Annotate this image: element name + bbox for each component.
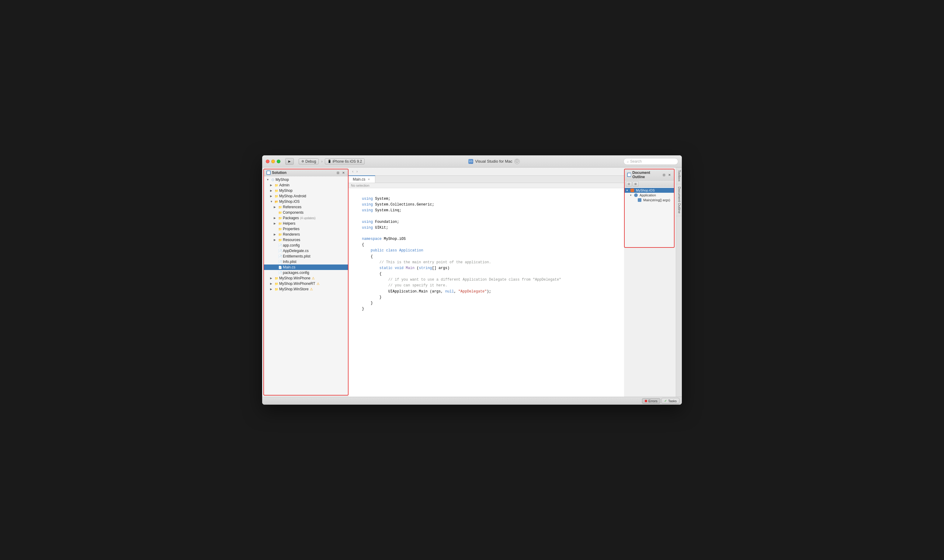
warning-icon: ⚠ [317,282,320,286]
code-line: UIApplication.Main (args, null, "AppDele… [348,289,624,295]
tab-main-cs[interactable]: Main.cs ✕ [348,175,375,183]
folder-icon: 📁 [274,276,279,280]
folder-open-icon: 📂 [274,200,279,204]
tree-item-myshop-ios[interactable]: 📂 MyShop.iOS [264,199,348,204]
item-label: Resources [283,238,300,242]
outline-item-main-method[interactable]: Main(string[] args) [625,198,674,203]
tree-item-myshop[interactable]: 📁 MyShop [264,188,348,193]
doc-outline-restore-btn[interactable]: ⊡ [662,173,666,177]
device-selector[interactable]: 📱 iPhone 6s iOS 9.2 [325,158,365,165]
nav-forward-button[interactable]: › [355,169,359,174]
check-icon: ✓ [664,399,667,403]
code-line: using UIKit; [348,225,624,231]
solution-icon: ⬡ [271,177,275,182]
search-placeholder: Search [630,159,642,163]
tree-item-myshop-root[interactable]: ⬡ MyShop [264,177,348,182]
doc-outline-close-btn[interactable]: ✕ [667,173,671,177]
tree-item-renderers[interactable]: 📁 Renderers [264,232,348,237]
expand-arrow [270,189,274,192]
folder-icon: 📁 [278,238,282,242]
outline-item-label: MyShop.iOS [636,189,655,192]
code-line: static void Main (string[] args) [348,265,624,271]
item-label: MyShop.WinPhoneRT [279,282,316,286]
code-line: } [348,300,624,306]
tree-item-app-config[interactable]: 📄 app.config [264,243,348,248]
app-title: Visual Studio for Mac [475,159,513,163]
doc-outline-tree: MyShop.iOS Application Main(string[] arg… [625,187,674,247]
item-label: Main.cs [283,265,295,269]
code-line: } [348,306,624,312]
doc-outline-icon [627,173,631,177]
tree-item-appdelegate[interactable]: 📄 AppDelegate.cs [264,248,348,254]
tree-item-packages[interactable]: 📁 Packages (4 updates) [264,215,348,221]
tree-item-winstore[interactable]: 📁 MyShop.WinStore ⚠ [264,286,348,292]
nav-back-button[interactable]: ‹ [351,169,354,174]
item-label: Components [283,211,303,215]
item-label: app.config [283,243,300,248]
code-line: namespace MyShop.iOS [348,236,624,242]
tree-item-references[interactable]: 📁 References [264,204,348,210]
errors-button[interactable]: Errors [642,398,660,404]
solution-panel-header: Solution ⊡ ✕ [264,169,348,176]
tree-item-helpers[interactable]: 📁 Helpers [264,221,348,226]
outline-view-btn-1[interactable]: ⊟ [626,181,632,187]
outline-item-myshop-ios[interactable]: MyShop.iOS [625,188,674,193]
info-button[interactable]: ⓘ [514,159,520,164]
item-label: AppDelegate.cs [283,249,309,253]
code-line: // you can specify it here. [348,283,624,289]
solution-panel: Solution ⊡ ✕ ⬡ MyShop 📁 Admin [263,169,348,395]
tasks-button[interactable]: ✓ Tasks [661,398,679,404]
tasks-label: Tasks [668,399,677,403]
item-label: Entitlements.plist [283,254,311,258]
item-label: packages.config [283,271,309,275]
device-icon: 📱 [328,160,331,163]
outline-item-application[interactable]: Application [625,193,674,198]
code-editor[interactable]: using System; using System.Collections.G… [348,188,624,397]
minimize-button[interactable] [271,160,275,163]
main-area: Solution ⊡ ✕ ⬡ MyShop 📁 Admin [262,168,682,397]
panel-restore-btn[interactable]: ⊡ [336,171,340,175]
tree-item-entitlements[interactable]: 📄 Entitlements.plist [264,254,348,259]
code-line [348,214,624,219]
title-area: VS Visual Studio for Mac ⓘ [367,159,621,164]
tree-item-main-cs[interactable]: 📄 Main.cs [264,265,348,270]
tree-item-info-plist[interactable]: 📄 Info.plist [264,259,348,265]
expand-arrow [270,195,274,198]
outline-view-btn-2[interactable]: ⊞ [633,181,639,187]
expand-arrow [274,217,277,220]
item-label: MyShop.WinPhone [279,276,311,280]
code-line: } [348,295,624,300]
tree-item-winphonert[interactable]: 📁 MyShop.WinPhoneRT ⚠ [264,281,348,286]
run-button[interactable] [285,158,294,165]
selection-text: No selection [351,184,370,187]
build-config-selector[interactable]: ⚙ Debug [299,158,319,165]
tree-item-components[interactable]: 📁 Components [264,210,348,215]
tree-item-myshop-android[interactable]: 📁 MyShop.Android [264,193,348,199]
expand-arrow [630,194,633,197]
bottom-bar: Errors ✓ Tasks [262,397,682,405]
device-label: iPhone 6s iOS 9.2 [333,159,362,163]
svg-rect-0 [267,171,270,174]
tab-label: Main.cs [353,177,365,182]
solution-panel-title: Solution [272,171,286,175]
sidebar-tab-document-outline[interactable]: Document Outline [676,184,682,216]
sidebar-tab-toolbox[interactable]: Toolbox [676,168,682,184]
traffic-lights [266,160,280,163]
tree-item-winphone[interactable]: 📁 MyShop.WinPhone ⚠ [264,275,348,281]
item-label: Renderers [283,232,300,237]
warning-icon: ⚠ [312,276,315,280]
plist-icon: 📄 [278,260,282,264]
maximize-button[interactable] [277,160,280,163]
tree-item-admin[interactable]: 📁 Admin [264,182,348,188]
item-label: Info.plist [283,260,297,264]
search-box[interactable]: ⌕ Search [624,158,678,165]
tab-close-btn[interactable]: ✕ [367,177,371,181]
tree-item-properties[interactable]: 📁 Properties [264,226,348,232]
panel-close-btn[interactable]: ✕ [341,171,345,175]
close-button[interactable] [266,160,269,163]
tree-item-resources[interactable]: 📁 Resources [264,237,348,243]
doc-outline-header: Document Outline ⊡ ✕ [625,169,674,181]
tree-item-packages-config[interactable]: 📄 packages.config [264,270,348,275]
code-line: using System.Collections.Generic; [348,202,624,208]
editor-area: ‹ › Main.cs ✕ No selection [348,168,624,397]
